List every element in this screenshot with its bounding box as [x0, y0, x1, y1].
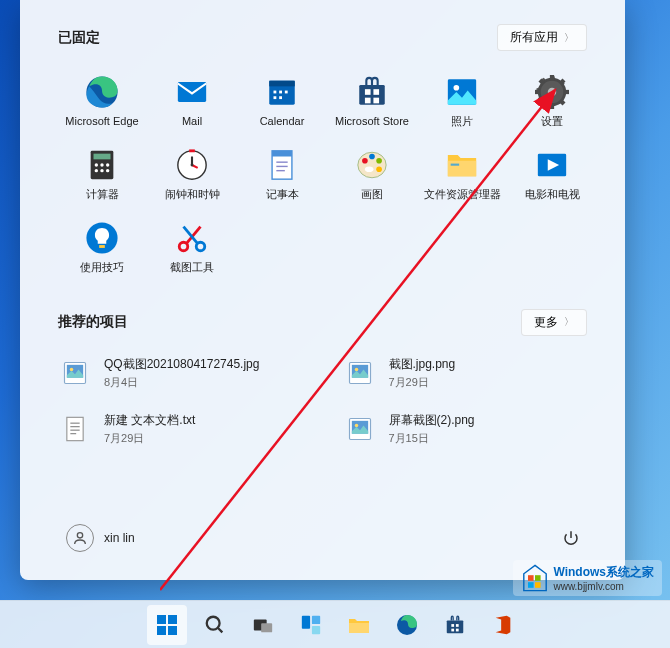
svg-point-50	[369, 154, 375, 160]
clock-icon	[175, 148, 209, 182]
svg-rect-3	[269, 81, 295, 87]
svg-rect-8	[279, 96, 282, 99]
user-name: xin lin	[104, 531, 135, 545]
movies-icon	[535, 148, 569, 182]
recommended-item[interactable]: 屏幕截图(2).png 7月15日	[343, 410, 588, 448]
svg-rect-20	[550, 75, 554, 81]
svg-rect-21	[550, 103, 554, 109]
app-label: 记事本	[238, 188, 326, 201]
recommended-item[interactable]: 截图.jpg.png 7月29日	[343, 354, 588, 392]
svg-rect-100	[451, 628, 454, 631]
svg-rect-80	[528, 575, 534, 581]
svg-rect-82	[528, 582, 534, 588]
watermark-url: www.bjjmlv.com	[553, 581, 654, 592]
app-tile-paint[interactable]: 画图	[328, 142, 416, 207]
taskbar-search-button[interactable]	[195, 605, 235, 645]
svg-rect-7	[274, 96, 277, 99]
svg-point-15	[454, 85, 460, 91]
svg-point-88	[207, 616, 220, 629]
svg-rect-58	[99, 245, 105, 248]
app-tile-explorer[interactable]: 文件资源管理器	[418, 142, 506, 207]
photos-icon	[445, 75, 479, 109]
recommended-list: QQ截图20210804172745.jpg 8月4日 截图.jpg.png 7…	[58, 354, 587, 448]
svg-rect-42	[189, 150, 195, 153]
all-apps-label: 所有应用	[510, 29, 558, 46]
svg-line-62	[184, 227, 198, 244]
taskbar-store-button[interactable]	[435, 605, 475, 645]
app-tile-clock[interactable]: 闹钟和时钟	[148, 142, 236, 207]
notepad-icon	[265, 148, 299, 182]
svg-point-53	[365, 167, 374, 173]
taskbar-edge-button[interactable]	[387, 605, 427, 645]
svg-rect-23	[563, 90, 569, 94]
taskbar	[0, 600, 670, 648]
app-label: 设置	[508, 115, 596, 128]
recommended-item[interactable]: 新建 文本文档.txt 7月29日	[58, 410, 303, 448]
file-image-icon	[345, 414, 375, 444]
svg-rect-93	[312, 615, 320, 623]
svg-line-61	[186, 227, 200, 244]
svg-point-37	[106, 169, 109, 172]
watermark-title: Windows系统之家	[553, 564, 654, 581]
start-bottom-bar: xin lin	[58, 500, 587, 556]
svg-point-29	[548, 88, 557, 97]
more-label: 更多	[534, 314, 558, 331]
app-label: 闹钟和时钟	[148, 188, 236, 201]
power-button[interactable]	[555, 522, 587, 554]
user-avatar-icon	[66, 524, 94, 552]
app-tile-tips[interactable]: 使用技巧	[58, 215, 146, 280]
file-image-icon	[345, 358, 375, 388]
app-tile-settings[interactable]: 设置	[508, 69, 596, 134]
svg-rect-97	[447, 620, 464, 633]
svg-rect-10	[365, 89, 371, 95]
svg-rect-86	[157, 626, 166, 635]
app-tile-edge[interactable]: Microsoft Edge	[58, 69, 146, 134]
pinned-grid: Microsoft Edge Mail Calendar Microsoft S…	[58, 69, 587, 281]
taskbar-explorer-button[interactable]	[339, 605, 379, 645]
more-button[interactable]: 更多 〉	[521, 309, 587, 336]
svg-rect-92	[302, 615, 310, 628]
app-tile-mail[interactable]: Mail	[148, 69, 236, 134]
app-tile-calendar[interactable]: Calendar	[238, 69, 326, 134]
app-label: Microsoft Store	[328, 115, 416, 128]
watermark-logo-icon	[521, 564, 549, 592]
snip-icon	[175, 221, 209, 255]
svg-point-49	[362, 158, 368, 164]
all-apps-button[interactable]: 所有应用 〉	[497, 24, 587, 51]
svg-rect-55	[451, 164, 460, 166]
svg-line-89	[218, 627, 223, 632]
app-label: Microsoft Edge	[58, 115, 146, 128]
file-date: 7月15日	[389, 431, 475, 446]
paint-icon	[355, 148, 389, 182]
taskbar-office-button[interactable]	[483, 605, 523, 645]
taskbar-taskview-button[interactable]	[243, 605, 283, 645]
svg-rect-44	[272, 151, 292, 157]
app-tile-store[interactable]: Microsoft Store	[328, 69, 416, 134]
svg-rect-84	[157, 615, 166, 624]
app-tile-photos[interactable]: 照片	[418, 69, 506, 134]
app-label: 使用技巧	[58, 261, 146, 274]
taskbar-widgets-button[interactable]	[291, 605, 331, 645]
taskbar-start-button[interactable]	[147, 605, 187, 645]
pinned-title: 已固定	[58, 29, 100, 47]
svg-point-32	[95, 163, 98, 166]
app-tile-movies[interactable]: 电影和电视	[508, 142, 596, 207]
calculator-icon	[85, 148, 119, 182]
app-label: 文件资源管理器	[418, 188, 506, 201]
user-account-button[interactable]: xin lin	[58, 520, 143, 556]
app-tile-snip[interactable]: 截图工具	[148, 215, 236, 280]
app-label: 截图工具	[148, 261, 236, 274]
chevron-right-icon: 〉	[564, 31, 574, 45]
app-tile-calculator[interactable]: 计算器	[58, 142, 146, 207]
tips-icon	[85, 221, 119, 255]
svg-point-51	[376, 158, 382, 164]
file-name: 屏幕截图(2).png	[389, 412, 475, 429]
svg-rect-99	[456, 624, 459, 627]
app-tile-notepad[interactable]: 记事本	[238, 142, 326, 207]
file-image-icon	[60, 358, 90, 388]
recommended-item[interactable]: QQ截图20210804172745.jpg 8月4日	[58, 354, 303, 392]
calendar-icon	[265, 75, 299, 109]
start-menu: 已固定 所有应用 〉 Microsoft Edge Mail Calendar …	[20, 0, 625, 580]
chevron-right-icon: 〉	[564, 315, 574, 329]
svg-point-36	[100, 169, 103, 172]
